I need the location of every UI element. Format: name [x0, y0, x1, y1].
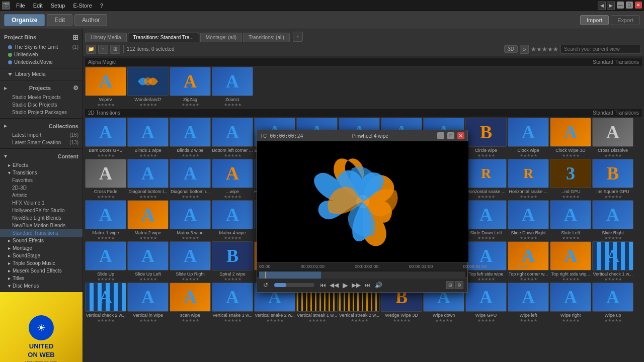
list-item[interactable]: A scan wipe ★★★★★: [170, 283, 211, 323]
menu-setup[interactable]: Setup: [47, 2, 69, 10]
collections-header[interactable]: ▸ Collections: [0, 121, 83, 131]
list-item[interactable]: A Cross Dissolve ★★★★★: [592, 118, 633, 158]
list-item[interactable]: A Slide Right ★★★★★: [592, 200, 633, 240]
sidebar-triple-scoop[interactable]: ▸ Triple Scoop Music: [0, 259, 83, 267]
edit-button[interactable]: Edit: [47, 14, 72, 26]
list-item[interactable]: A Clock wipe ★★★★★: [508, 118, 549, 158]
preview-loop-btn[interactable]: ↺: [261, 281, 270, 290]
sidebar-unitedweb-movie[interactable]: Unitedweb.Movie: [0, 58, 83, 66]
list-item[interactable]: A Wipe GPU ★★★★★: [465, 283, 507, 323]
window-minimize[interactable]: —: [617, 2, 624, 9]
list-item[interactable]: A Blinds 1 wipe ★★★★★: [127, 118, 169, 158]
list-view-btn[interactable]: ≡: [98, 45, 108, 54]
menu-edit[interactable]: Edit: [29, 2, 47, 10]
list-item[interactable]: A Slide Up ★★★★★: [85, 241, 126, 282]
list-item[interactable]: A Slide Up Right ★★★★★: [170, 241, 211, 282]
sidebar-effects[interactable]: ▸ Effects: [0, 161, 83, 169]
list-item[interactable]: A Diagonal bottom l... ★★★★★: [127, 159, 169, 199]
search-input[interactable]: [560, 45, 641, 54]
sidebar-hollywoodfx[interactable]: HollywoodFX for Studio: [0, 207, 83, 214]
list-item[interactable]: A Clock Wipe 3D ★★★★★: [550, 118, 591, 158]
sidebar-hfx[interactable]: HFX Volume 1: [0, 199, 83, 207]
window-close[interactable]: ✕: [635, 2, 642, 9]
settings-icon[interactable]: ⚙: [73, 84, 78, 92]
list-item[interactable]: A Slide Left ★★★★★: [550, 200, 591, 240]
preview-volume-btn[interactable]: 🔊: [374, 281, 383, 290]
list-item[interactable]: 3 ...nd GPU ★★★★★: [550, 159, 591, 199]
menu-help[interactable]: ?: [96, 2, 107, 10]
sidebar-sound-effects[interactable]: ▸ Sound Effects: [0, 237, 83, 244]
list-item[interactable]: A Blinds 2 wipe ★★★★★: [170, 118, 211, 158]
list-item[interactable]: A Top right side wip... ★★★★★: [550, 241, 591, 282]
sidebar-favorites[interactable]: Favorites: [0, 176, 83, 184]
tab-transitions-standard[interactable]: Transitions: Standard Tra...: [128, 33, 199, 42]
preview-rewind-btn[interactable]: ⏮: [318, 281, 328, 290]
preview-maximize-btn[interactable]: □: [447, 132, 454, 139]
list-item[interactable]: A Slide Down Left ★★★★★: [465, 200, 507, 240]
preview-close-btn[interactable]: ✕: [457, 132, 464, 139]
3d-toggle-btn[interactable]: 3D: [504, 45, 518, 53]
nav-forward[interactable]: ▶: [607, 2, 615, 10]
list-item[interactable]: A Vertical snake 1 w... ★★★★★: [212, 283, 253, 323]
projects-header[interactable]: ▸ Projects ⚙: [0, 82, 83, 94]
organize-button[interactable]: Organize: [4, 14, 45, 26]
sidebar-newblue-motion[interactable]: NewBlue Motion Blends: [0, 222, 83, 229]
list-item[interactable]: A Bottom left corner ... ★★★★★: [212, 118, 253, 158]
list-item[interactable]: Wonderland7 ★★★★★: [127, 67, 169, 107]
sidebar-newblue-light[interactable]: NewBlue Light Blends: [0, 214, 83, 222]
list-item[interactable]: A Wipe left ★★★★★: [508, 283, 549, 323]
preview-minimize-btn[interactable]: —: [437, 132, 444, 139]
list-item[interactable]: A ...wipe ★★★★★: [212, 159, 253, 199]
project-bins-header[interactable]: Project Bins ⊞: [0, 31, 83, 43]
sidebar-disc-projects[interactable]: Studio Disc Projects: [0, 101, 83, 109]
author-button[interactable]: Author: [74, 14, 107, 26]
nav-back[interactable]: ◀: [598, 2, 606, 10]
preview-fast-fwd-btn[interactable]: ⏭: [363, 281, 372, 290]
sidebar-movie-projects[interactable]: Studio Movie Projects: [0, 94, 83, 101]
list-item[interactable]: A Vertical check 2 w... ★★★★★: [85, 283, 126, 323]
sidebar-artistic[interactable]: Artistic: [0, 192, 83, 199]
list-item[interactable]: A Top left side wipe ★★★★★: [465, 241, 507, 282]
export-button[interactable]: Export: [611, 15, 640, 25]
content-header[interactable]: ▾ Content: [0, 151, 83, 161]
sidebar-2d3d[interactable]: 2D-3D: [0, 184, 83, 192]
list-item[interactable]: A WipeV ★★★★★: [85, 67, 126, 107]
import-button[interactable]: Import: [580, 15, 609, 25]
list-item[interactable]: R Horizontal snake ... ★★★★★: [465, 159, 507, 199]
list-item[interactable]: A Matrix 4 wipe ★★★★★: [212, 200, 253, 240]
preview-step-back-btn[interactable]: ◀◀: [330, 281, 339, 290]
sidebar-standard-trans[interactable]: Standard Transitions: [0, 229, 83, 237]
sidebar-transitions[interactable]: ▾ Transitions: [0, 169, 83, 176]
preview-extra-btn2[interactable]: ⚙: [455, 281, 463, 289]
list-item[interactable]: A Slide Up Left ★★★★★: [127, 241, 169, 282]
list-item[interactable]: A Barn Doors GPU ★★★★★: [85, 118, 126, 158]
folder-view-btn[interactable]: 📁: [86, 45, 96, 54]
sidebar-titles[interactable]: ▸ Titles: [0, 275, 83, 282]
grid-view-btn[interactable]: ⊞: [110, 45, 120, 54]
list-item[interactable]: A Slide Down Right ★★★★★: [508, 200, 549, 240]
sidebar-latest-smart[interactable]: Latest Smart Creation (13): [0, 139, 83, 146]
view-mode-btn[interactable]: ⊙: [520, 45, 529, 54]
list-item[interactable]: B Ins Square GPU ★★★★★: [592, 159, 633, 199]
sidebar-project-packages[interactable]: Studio Project Packages: [0, 109, 83, 116]
sidebar-disc-menus[interactable]: ▾ Disc Menus: [0, 282, 83, 290]
timeline-track[interactable]: [259, 272, 465, 279]
list-item[interactable]: A Top right corner w... ★★★★★: [508, 241, 549, 282]
sidebar-unitedweb[interactable]: Unitedweb: [0, 51, 83, 58]
preview-progress-bar[interactable]: [274, 283, 314, 287]
menu-estore[interactable]: E-Store: [69, 2, 96, 10]
list-item[interactable]: A Vertical in wipe ★★★★★: [127, 283, 169, 323]
sidebar-sky-limit[interactable]: The Sky is the Limit (1): [0, 43, 83, 51]
preview-extra-btn1[interactable]: ⊞: [446, 281, 454, 289]
sidebar-montage[interactable]: ▸ Montage: [0, 244, 83, 252]
list-item[interactable]: A ZigZag ★★★★★: [170, 67, 211, 107]
tab-transitions-all[interactable]: Transitions: (all): [243, 33, 290, 42]
list-item[interactable]: A Matrix 3 wipe ★★★★★: [170, 200, 211, 240]
tab-library-media[interactable]: Library Media: [85, 33, 127, 42]
list-item[interactable]: A Wipe up ★★★★★: [592, 283, 633, 323]
list-item[interactable]: B Spiral 2 wipe ★★★★★: [212, 241, 253, 282]
list-item[interactable]: A Vertical check 1 w... ★★★★★: [592, 241, 633, 282]
menu-file[interactable]: File: [12, 2, 29, 10]
sidebar-latest-import[interactable]: Latest Import (16): [0, 131, 83, 139]
list-item[interactable]: A Diagonal bottom r... ★★★★★: [170, 159, 211, 199]
